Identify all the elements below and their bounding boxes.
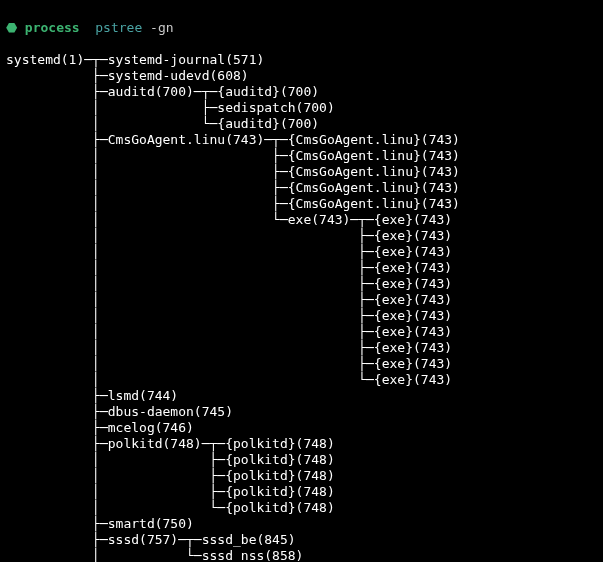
tree-line: │ └─{auditd}(700) [6, 116, 319, 131]
tree-line: ├─dbus-daemon(745) [6, 404, 233, 419]
tree-line: │ └─exe(743)─┬─{exe}(743) [6, 212, 452, 227]
pstree-output: systemd(1)─┬─systemd-journal(571) ├─syst… [6, 52, 460, 562]
tree-line: │ ├─{CmsGoAgent.linu}(743) [6, 148, 460, 163]
prompt-icon: ⬣ [6, 20, 17, 35]
tree-line: │ └─sssd_nss(858) [6, 548, 303, 562]
command-name: pstree [95, 20, 142, 35]
tree-line: │ └─{polkitd}(748) [6, 500, 335, 515]
tree-line: ├─smartd(750) [6, 516, 194, 531]
command-args: -gn [150, 20, 173, 35]
tree-line: ├─mcelog(746) [6, 420, 194, 435]
tree-line: │ ├─{CmsGoAgent.linu}(743) [6, 164, 460, 179]
tree-line: │ └─{exe}(743) [6, 372, 452, 387]
tree-line: │ ├─{polkitd}(748) [6, 452, 335, 467]
tree-line: │ ├─{CmsGoAgent.linu}(743) [6, 196, 460, 211]
tree-line: ├─CmsGoAgent.linu(743)─┬─{CmsGoAgent.lin… [6, 132, 460, 147]
tree-line: │ ├─{CmsGoAgent.linu}(743) [6, 180, 460, 195]
tree-line: ├─polkitd(748)─┬─{polkitd}(748) [6, 436, 335, 451]
prompt-label: process [25, 20, 80, 35]
tree-line: ├─sssd(757)─┬─sssd_be(845) [6, 532, 296, 547]
tree-line: │ ├─{exe}(743) [6, 260, 452, 275]
tree-line: │ ├─sedispatch(700) [6, 100, 335, 115]
tree-line: │ ├─{polkitd}(748) [6, 468, 335, 483]
tree-line: systemd(1)─┬─systemd-journal(571) [6, 52, 264, 67]
tree-line: │ ├─{exe}(743) [6, 308, 452, 323]
tree-line: │ ├─{exe}(743) [6, 276, 452, 291]
tree-line: ├─auditd(700)─┬─{auditd}(700) [6, 84, 319, 99]
tree-line: │ ├─{exe}(743) [6, 292, 452, 307]
tree-line: │ ├─{exe}(743) [6, 244, 452, 259]
tree-line: ├─lsmd(744) [6, 388, 178, 403]
tree-line: │ ├─{exe}(743) [6, 356, 452, 371]
tree-line: ├─systemd-udevd(608) [6, 68, 249, 83]
tree-line: │ ├─{exe}(743) [6, 228, 452, 243]
tree-line: │ ├─{polkitd}(748) [6, 484, 335, 499]
tree-line: │ ├─{exe}(743) [6, 340, 452, 355]
tree-line: │ ├─{exe}(743) [6, 324, 452, 339]
